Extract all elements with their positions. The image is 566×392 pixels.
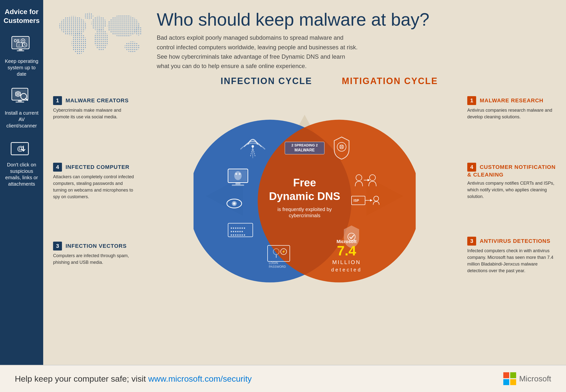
svg-point-71 xyxy=(342,145,343,146)
svg-point-35 xyxy=(125,41,139,52)
svg-text:■ ■ ■ ■ ■ ■ ■: ■ ■ ■ ■ ■ ■ ■ xyxy=(231,226,245,229)
infection-box-1-title: MALWARE CREATORS xyxy=(65,97,129,104)
svg-point-33 xyxy=(94,28,108,51)
world-map xyxy=(53,7,147,62)
svg-point-70 xyxy=(340,145,341,146)
svg-point-72 xyxy=(340,147,341,148)
header-text: Who should keep malware at bay? Bad acto… xyxy=(157,7,556,71)
svg-point-30 xyxy=(59,16,86,36)
svg-point-69 xyxy=(339,144,344,149)
svg-point-56 xyxy=(233,202,235,205)
sidebar-item-av: Install a current AV client/scanner xyxy=(4,87,39,129)
sidebar-title: Advice for Customers xyxy=(3,7,39,25)
svg-point-49 xyxy=(234,171,242,180)
subtitle: Bad actors exploit poorly managed subdom… xyxy=(157,33,359,71)
sidebar: Advice for Customers OS 2 xyxy=(0,0,43,365)
svg-text:MALWARE: MALWARE xyxy=(294,148,315,152)
ms-sq-blue xyxy=(503,379,509,385)
infection-box-1-number: 1 xyxy=(53,96,62,105)
ms-sq-red xyxy=(503,372,509,378)
sidebar-email-label: Don't click on suspicious emails, links … xyxy=(5,161,38,187)
svg-text:⚡: ⚡ xyxy=(282,249,286,253)
svg-text:cybercriminals: cybercriminals xyxy=(289,213,320,218)
svg-point-36 xyxy=(84,12,93,20)
diagram-area: ■ ■ ■ ■ ■ ■ ■ ■ ■ ■ ■ ■ ■ ■ ■ ■ ■ ■ ■ ■ … xyxy=(53,84,556,306)
svg-point-15 xyxy=(17,92,20,96)
svg-rect-11 xyxy=(17,50,24,51)
svg-text:■ ■ ■ ■ ■ ■: ■ ■ ■ ■ ■ ■ xyxy=(231,230,243,232)
mitigation-box-1-number: 1 xyxy=(467,96,476,105)
infection-box-1-text: Cybercriminals make malware and promote … xyxy=(53,107,137,120)
svg-text:ISP: ISP xyxy=(353,198,359,202)
svg-text:Dynamic DNS: Dynamic DNS xyxy=(269,190,340,202)
main-title: Who should keep malware at bay? xyxy=(157,10,556,29)
ms-squares xyxy=(503,372,516,385)
infection-box-4: 4 INFECTED COMPUTER Attackers can comple… xyxy=(53,163,137,200)
svg-point-73 xyxy=(342,147,343,148)
mitigation-box-4: 4 CUSTOMER NOTIFICATION & CLEANING Antiv… xyxy=(467,163,556,200)
infection-box-4-number: 4 xyxy=(53,163,62,172)
svg-point-50 xyxy=(235,173,237,175)
mitigation-box-4-number: 4 xyxy=(467,163,476,172)
infection-box-3-title: INFECTION VECTORS xyxy=(65,243,127,249)
svg-point-43 xyxy=(252,145,254,147)
svg-text:OS: OS xyxy=(14,39,20,43)
infection-box-4-title: INFECTED COMPUTER xyxy=(65,164,129,170)
svg-text:detected: detected xyxy=(331,267,362,272)
mitigation-box-1-title: MALWARE RESEARCH xyxy=(480,97,543,104)
email-icon: @ xyxy=(9,139,34,159)
sidebar-os-label: Keep operating system up to date xyxy=(4,58,39,77)
sidebar-item-os: OS 2 Keep operating system up to date xyxy=(4,35,39,77)
svg-text:2    SPREADING    2: 2 SPREADING 2 xyxy=(292,143,318,147)
os-icon: OS 2 xyxy=(9,35,34,55)
svg-point-4 xyxy=(22,40,24,42)
mitigation-box-4-title: CUSTOMER NOTIFICATION & CLEANING xyxy=(467,164,556,178)
infection-box-3-number: 3 xyxy=(53,242,62,250)
mitigation-box-1: 1 MALWARE RESEARCH Antivirus companies r… xyxy=(467,96,556,120)
ms-sq-green xyxy=(510,372,516,378)
infection-box-3: 3 INFECTION VECTORS Computers are infect… xyxy=(53,242,137,266)
av-icon xyxy=(9,87,34,107)
mitigation-box-1-text: Antivirus companies research malware and… xyxy=(467,107,556,120)
ms-name: Microsoft xyxy=(519,374,551,383)
svg-text:Free: Free xyxy=(293,176,316,188)
svg-text:PASSWORD: PASSWORD xyxy=(269,265,286,268)
infection-box-4-text: Attackers can completely control infecte… xyxy=(53,174,137,200)
ms-sq-yellow xyxy=(510,379,516,385)
footer-static-text: Help keep your computer safe; visit xyxy=(15,374,148,383)
svg-rect-10 xyxy=(19,49,22,50)
mitigation-box-3-number: 3 xyxy=(467,237,476,246)
svg-text:is frequently exploited by: is frequently exploited by xyxy=(277,206,332,212)
svg-text:LOGIN: LOGIN xyxy=(269,261,278,265)
svg-rect-25 xyxy=(16,102,24,103)
svg-point-31 xyxy=(72,32,86,54)
infection-box-1: 1 MALWARE CREATORS Cybercriminals make m… xyxy=(53,96,137,120)
header: Who should keep malware at bay? Bad acto… xyxy=(53,7,556,71)
sidebar-av-label: Install a current AV client/scanner xyxy=(4,110,39,129)
svg-point-32 xyxy=(91,16,106,31)
mitigation-box-3: 3 ANTIVIRUS DETECTIONS Infected computer… xyxy=(467,237,556,274)
svg-point-34 xyxy=(107,15,139,37)
svg-rect-53 xyxy=(232,184,244,186)
mitigation-box-3-title: ANTIVIRUS DETECTIONS xyxy=(480,238,550,244)
main-content: Who should keep malware at bay? Bad acto… xyxy=(43,0,566,365)
infection-box-3-text: Computers are infected through spam, phi… xyxy=(53,252,137,266)
mitigation-box-4-text: Antivirus company notifies CERTs and ISP… xyxy=(467,180,556,200)
footer-text: Help keep your computer safe; visit www.… xyxy=(15,374,252,384)
venn-diagram: ■ ■ ■ ■ ■ ■ ■ ■ ■ ■ ■ ■ ■ ■ ■ ■ ■ ■ ■ ■ … xyxy=(194,102,416,295)
footer-link[interactable]: www.microsoft.com/security xyxy=(148,374,252,383)
svg-rect-24 xyxy=(18,100,22,102)
svg-text:@: @ xyxy=(17,144,24,152)
svg-rect-52 xyxy=(235,182,240,184)
svg-text:7.4: 7.4 xyxy=(337,243,356,258)
mitigation-box-3-text: Infected computers check in with antivir… xyxy=(467,248,556,274)
microsoft-logo: Microsoft xyxy=(503,372,551,385)
svg-text:MILLION: MILLION xyxy=(332,259,361,265)
svg-text:■ ■ ■ ■ ■ ■ ■: ■ ■ ■ ■ ■ ■ ■ xyxy=(231,233,245,236)
sidebar-item-email: @ Don't click on suspicious emails, link… xyxy=(5,139,38,187)
svg-point-37 xyxy=(135,26,142,36)
footer: Help keep your computer safe; visit www.… xyxy=(0,365,566,392)
svg-text:2: 2 xyxy=(18,44,20,47)
svg-point-51 xyxy=(239,173,241,175)
